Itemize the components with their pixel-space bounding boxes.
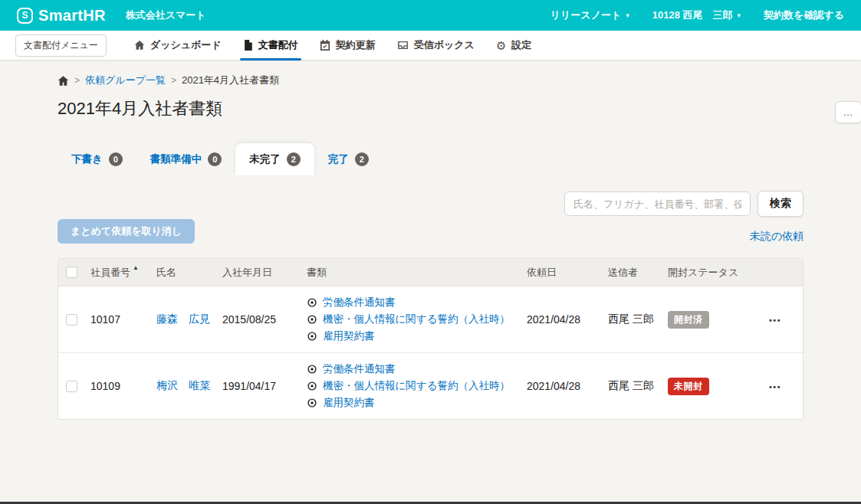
status-badge: 開封済 (668, 311, 709, 329)
employee-name-link[interactable]: 梅沢 唯菜 (156, 379, 210, 391)
breadcrumb-home-icon[interactable] (58, 75, 69, 87)
document-bullet-icon (307, 381, 317, 391)
employee-id: 10107 (90, 313, 156, 326)
document-bullet-icon (307, 297, 317, 308)
main-content: > 依頼グループ一覧 > 2021年4月入社者書類 2021年4月入社者書類 …… (0, 74, 861, 420)
document-link[interactable]: 労働条件通知書 (323, 296, 396, 309)
row-checkbox[interactable] (66, 314, 77, 326)
search-button[interactable]: 検索 (757, 191, 803, 217)
documents-cell: 労働条件通知書 機密・個人情報に関する誓約（入社時） 雇用契約書 (307, 362, 527, 410)
status-tabs: 下書き 0 書類準備中 0 未完了 2 完了 2 (58, 143, 803, 175)
user-name: 10128 西尾 三郎 (652, 8, 733, 22)
row-menu-button[interactable]: ••• (769, 382, 781, 391)
requests-table: 社員番号 ▲ 氏名 入社年月日 書類 依頼日 送信者 開封ステータス 10107… (58, 258, 803, 420)
header-right: リリースノート ▾ 10128 西尾 三郎 ▾ 契約数を確認する (550, 8, 844, 22)
tab-label: 下書き (71, 152, 103, 166)
column-hire-date: 入社年月日 (222, 266, 307, 280)
status-badge: 未開封 (668, 378, 709, 395)
hire-date: 1991/04/17 (222, 380, 307, 392)
tab-count-badge: 2 (287, 152, 301, 166)
column-sender: 送信者 (608, 266, 668, 280)
document-link[interactable]: 雇用契約書 (323, 396, 375, 410)
tab-count-badge: 0 (109, 152, 123, 166)
row-menu-button[interactable]: ••• (769, 316, 781, 325)
nav-item-inbox[interactable]: 受信ボックス (386, 31, 485, 61)
row-checkbox[interactable] (66, 381, 77, 392)
nav-item-document-distribution[interactable]: 文書配付 (232, 31, 309, 61)
tab-count-badge: 2 (355, 152, 369, 166)
search-row: 検索 (58, 191, 803, 217)
home-icon (134, 40, 145, 51)
document-bullet-icon (307, 314, 317, 325)
column-status: 開封ステータス (668, 266, 769, 280)
nav-item-label: 受信ボックス (414, 38, 475, 52)
chevron-down-icon: ▾ (738, 11, 741, 19)
table-header-row: 社員番号 ▲ 氏名 入社年月日 書類 依頼日 送信者 開封ステータス (58, 259, 803, 286)
breadcrumb-group-list-link[interactable]: 依頼グループ一覧 (85, 74, 166, 87)
document-bullet-icon (307, 364, 317, 375)
release-notes-menu[interactable]: リリースノート ▾ (550, 8, 629, 22)
nav-item-label: 設定 (511, 38, 531, 52)
inbox-icon (397, 40, 409, 51)
tab-label: 未完了 (249, 152, 281, 166)
breadcrumb-separator: > (74, 75, 80, 86)
breadcrumb-current: 2021年4月入社者書類 (182, 74, 279, 87)
tab-draft[interactable]: 下書き 0 (58, 143, 136, 175)
tab-label: 書類準備中 (150, 152, 202, 166)
bulk-cancel-button[interactable]: まとめて依頼を取り消し (58, 219, 195, 244)
table-row: 10107 藤森 広見 2015/08/25 労働条件通知書 機密・個人情報に関… (58, 286, 803, 353)
unread-requests-link[interactable]: 未読の依頼 (750, 230, 803, 244)
gear-icon: ⚙ (496, 40, 506, 51)
company-name: 株式会社スマート (126, 8, 206, 22)
tab-label: 完了 (328, 152, 349, 166)
document-menu-button[interactable]: 文書配付メニュー (15, 34, 107, 57)
nav-item-contract-renewal[interactable]: 契約更新 (309, 31, 386, 61)
column-request-date: 依頼日 (527, 266, 608, 280)
column-documents: 書類 (307, 266, 527, 280)
document-bullet-icon (307, 398, 317, 408)
global-header: S SmartHR 株式会社スマート リリースノート ▾ 10128 西尾 三郎… (0, 0, 861, 31)
tab-incomplete[interactable]: 未完了 2 (235, 143, 314, 175)
smarthr-logo-icon: S (17, 8, 33, 24)
nav-item-dashboard[interactable]: ダッシュボード (123, 31, 232, 61)
nav-items: ダッシュボード 文書配付 契約更新 受信ボックス ⚙ 設定 (123, 31, 543, 61)
document-icon (243, 40, 253, 51)
employee-id: 10109 (90, 380, 156, 392)
breadcrumb: > 依頼グループ一覧 > 2021年4月入社者書類 (58, 74, 803, 87)
breadcrumb-separator: > (171, 75, 176, 86)
documents-cell: 労働条件通知書 機密・個人情報に関する誓約（入社時） 雇用契約書 (307, 296, 527, 343)
contract-count-link[interactable]: 契約数を確認する (764, 8, 844, 22)
global-nav: 文書配付メニュー ダッシュボード 文書配付 契約更新 受信ボックス (0, 31, 861, 61)
document-link[interactable]: 機密・個人情報に関する誓約（入社時） (323, 313, 510, 326)
nav-item-label: 文書配付 (258, 38, 298, 52)
sort-asc-icon: ▲ (133, 264, 139, 271)
tab-complete[interactable]: 完了 2 (314, 143, 383, 175)
document-bullet-icon (307, 331, 317, 342)
request-date: 2021/04/28 (527, 313, 608, 326)
nav-item-settings[interactable]: ⚙ 設定 (485, 31, 542, 61)
page-title: 2021年4月入社者書類 (58, 97, 803, 120)
nav-item-label: ダッシュボード (150, 38, 222, 52)
document-link[interactable]: 雇用契約書 (323, 329, 375, 343)
column-employee-id[interactable]: 社員番号 ▲ (90, 266, 156, 280)
page-menu-button[interactable]: … (835, 101, 861, 123)
chevron-down-icon: ▾ (626, 11, 629, 19)
table-row: 10109 梅沢 唯菜 1991/04/17 労働条件通知書 機密・個人情報に関… (58, 353, 803, 419)
search-input[interactable] (564, 191, 751, 216)
employee-name-link[interactable]: 藤森 広見 (156, 313, 210, 325)
user-menu[interactable]: 10128 西尾 三郎 ▾ (652, 8, 741, 22)
column-name: 氏名 (156, 266, 222, 280)
brand-name: SmartHR (38, 7, 106, 25)
tab-preparing[interactable]: 書類準備中 0 (136, 143, 236, 175)
smarthr-logo[interactable]: S SmartHR (17, 7, 106, 25)
select-all-checkbox[interactable] (66, 267, 77, 278)
document-link[interactable]: 労働条件通知書 (323, 362, 396, 376)
document-link[interactable]: 機密・個人情報に関する誓約（入社時） (323, 379, 510, 393)
sender: 西尾 三郎 (608, 313, 668, 326)
tab-count-badge: 0 (208, 152, 222, 166)
calendar-icon (320, 40, 330, 51)
nav-item-label: 契約更新 (336, 38, 376, 52)
sender: 西尾 三郎 (608, 379, 668, 393)
request-date: 2021/04/28 (527, 380, 608, 392)
action-row: まとめて依頼を取り消し 未読の依頼 (58, 219, 803, 244)
